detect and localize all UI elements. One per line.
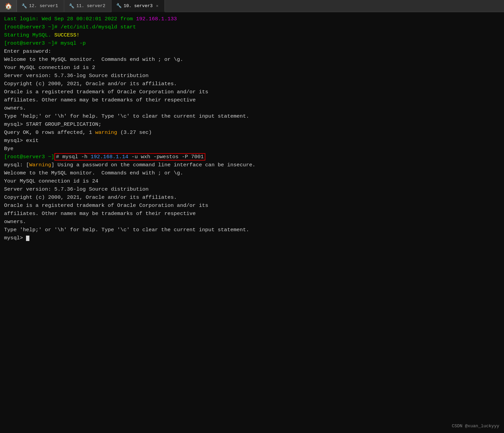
terminal-line: Last login: Wed Sep 28 00:02:01 2022 fro… — [4, 15, 500, 23]
server3-tab-icon: 🔧 — [116, 3, 122, 8]
tab-server2[interactable]: 🔧 11. server2 — [64, 0, 111, 12]
terminal-line: owners. — [4, 104, 500, 112]
server2-tab-icon: 🔧 — [69, 3, 74, 9]
server1-tab-icon: 🔧 — [22, 3, 27, 9]
terminal-line: Starting MySQL. SUCCESS! — [4, 31, 500, 39]
tab-server1[interactable]: 🔧 12. server1 — [17, 0, 64, 12]
terminal-line: Your MySQL connection id is 2 — [4, 64, 500, 72]
tab-server1-label: 12. server1 — [29, 3, 58, 8]
tab-bar: 🏠 🔧 12. server1 🔧 11. server2 🔧 10. serv… — [0, 0, 504, 12]
terminal-line: Welcome to the MySQL monitor. Commands e… — [4, 55, 500, 64]
terminal-line: Query OK, 0 rows affected, 1 warning (3.… — [4, 128, 500, 137]
terminal-line: Welcome to the MySQL monitor. Commands e… — [4, 169, 500, 177]
terminal-line: mysql> — [4, 234, 500, 242]
terminal: Last login: Wed Sep 28 00:02:01 2022 fro… — [0, 12, 504, 433]
terminal-line: Server version: 5.7.36-log Source distri… — [4, 72, 500, 80]
terminal-line: Type 'help;' or '\h' for help. Type '\c'… — [4, 226, 500, 234]
tab-server2-label: 11. server2 — [76, 3, 105, 8]
terminal-line: Type 'help;' or '\h' for help. Type '\c'… — [4, 112, 500, 120]
terminal-line: owners. — [4, 218, 500, 226]
tab-home[interactable]: 🏠 — [0, 0, 17, 12]
terminal-line: Copyright (c) 2000, 2021, Oracle and/or … — [4, 80, 500, 88]
terminal-line: Server version: 5.7.36-log Source distri… — [4, 185, 500, 193]
terminal-line: Copyright (c) 2000, 2021, Oracle and/or … — [4, 193, 500, 201]
terminal-line: affiliates. Other names may be trademark… — [4, 96, 500, 104]
terminal-line: Oracle is a registered trademark of Orac… — [4, 201, 500, 210]
terminal-line: Oracle is a registered trademark of Orac… — [4, 88, 500, 96]
watermark: CSDN @xuan_luckyyy — [452, 423, 499, 430]
tab-server3-close[interactable]: ✕ — [155, 3, 160, 9]
terminal-line: mysql> START GROUP_REPLICATION; — [4, 120, 500, 128]
tab-server3[interactable]: 🔧 10. server3 ✕ — [111, 0, 165, 12]
terminal-line: mysql: [Warning] Using a password on the… — [4, 161, 500, 169]
tab-server3-label: 10. server3 — [124, 3, 153, 8]
terminal-line: Your MySQL connection id is 24 — [4, 177, 500, 185]
terminal-line: [root@server3 ~]# /etc/init.d/mysqld sta… — [4, 23, 500, 31]
terminal-line: Bye — [4, 145, 500, 153]
home-icon: 🏠 — [5, 2, 12, 10]
terminal-line: Enter password: — [4, 47, 500, 55]
terminal-line: affiliates. Other names may be trademark… — [4, 210, 500, 218]
terminal-line: mysql> exit — [4, 137, 500, 145]
terminal-line: [root@server3 ~]# mysql -p — [4, 39, 500, 47]
terminal-line: [root@server3 ~]# mysql -h 192.168.1.14 … — [4, 153, 500, 161]
